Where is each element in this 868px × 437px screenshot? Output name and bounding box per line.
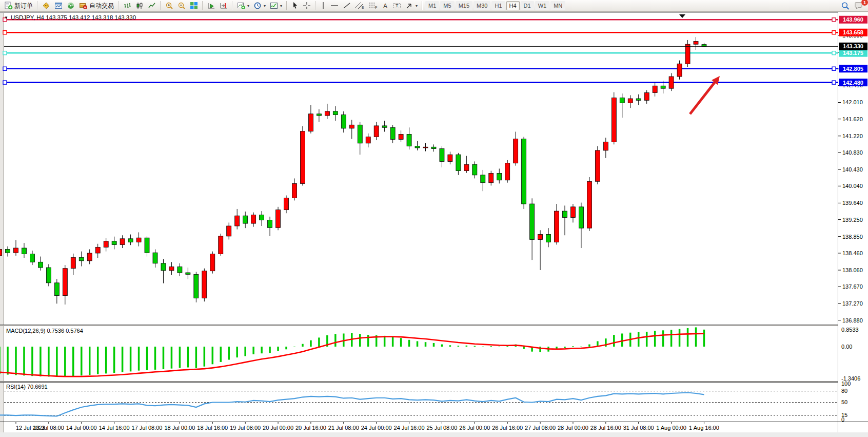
line-chart-icon [148, 2, 156, 10]
time-tick-label: 26 Jul 00:00 [459, 425, 490, 431]
dropdown-arrow-icon: ▾ [247, 4, 249, 8]
trendline-icon [343, 2, 351, 10]
zoom-out-button[interactable] [175, 1, 188, 11]
auto-scroll-icon [207, 2, 215, 10]
time-tick-label: 28 Jul 00:00 [558, 425, 588, 431]
toolbar: 新订单 自动交易 ▾ ▾ ▾ E F A T ▾ M1M5M15M30H1H4D… [0, 0, 868, 12]
line-chart-button[interactable] [146, 1, 158, 11]
trendline-tool-button[interactable] [341, 1, 353, 11]
text-label-tool-button[interactable]: T [391, 1, 403, 11]
toolbar-separator [37, 1, 38, 10]
notification-count-badge[interactable]: 1 [861, 0, 868, 6]
text-label-icon: T [393, 2, 401, 10]
tile-windows-button[interactable] [188, 1, 200, 11]
line-handle[interactable] [832, 67, 836, 70]
chart-shift-button[interactable] [218, 1, 230, 11]
search-button[interactable] [839, 1, 852, 11]
indicators-icon [270, 2, 278, 10]
cursor-tool-button[interactable] [289, 1, 301, 11]
line-handle[interactable] [3, 51, 7, 55]
line-handle[interactable] [3, 31, 7, 34]
line-handle[interactable] [832, 18, 836, 22]
arrows-tool-button[interactable]: ▾ [403, 1, 420, 11]
text-tool-button[interactable]: A [380, 1, 391, 11]
navigator-button[interactable] [65, 1, 77, 11]
fibonacci-tool-button[interactable]: F [366, 1, 380, 11]
text-icon: A [382, 2, 389, 10]
price-tick-label: 136.880 [842, 317, 863, 324]
svg-text:142.805: 142.805 [843, 66, 863, 72]
price-tick-label: 137.670 [842, 283, 863, 290]
line-handle[interactable] [832, 31, 836, 34]
price-tick-label: 138.460 [842, 250, 863, 256]
line-handle[interactable] [832, 51, 836, 55]
indicators-button[interactable]: ▾ [268, 1, 284, 11]
rsi-scale-label: 0 [841, 416, 844, 423]
market-watch-button[interactable] [40, 1, 52, 11]
navigator-icon [67, 2, 75, 10]
bar-chart-icon [123, 2, 131, 10]
candlestick-chart-button[interactable] [133, 1, 146, 11]
chart-area[interactable]: ▼USDJPY, H4 143.375 143.412 143.318 143.… [0, 12, 868, 437]
channel-tool-button[interactable]: E [353, 1, 366, 11]
zoom-in-button[interactable] [163, 1, 175, 11]
price-tick-label: 140.830 [842, 149, 863, 156]
cursor-icon [291, 2, 299, 10]
vertical-line-icon [320, 2, 326, 10]
vertical-line-tool-button[interactable] [318, 1, 328, 11]
data-window-button[interactable] [52, 1, 65, 11]
bar-chart-button[interactable] [121, 1, 133, 11]
time-tick-label: 24 Jul 00:00 [361, 425, 392, 431]
crosshair-tool-button[interactable] [301, 1, 313, 11]
symbol-dropdown-icon[interactable]: ▼ [4, 15, 8, 20]
line-handle[interactable] [3, 81, 7, 84]
horizontal-line-tool-button[interactable] [328, 1, 341, 11]
price-tick-label: 141.620 [842, 116, 863, 122]
tab-timeframe-h1[interactable]: H1 [491, 1, 505, 10]
time-tick-label: 19 Jul 08:00 [230, 425, 261, 431]
dropdown-arrow-icon: ▾ [264, 4, 266, 8]
arrows-icon [405, 2, 413, 10]
tab-timeframe-m30[interactable]: M30 [474, 1, 490, 10]
auto-scroll-button[interactable] [205, 1, 218, 11]
tab-timeframe-m15[interactable]: M15 [456, 1, 472, 10]
price-line-badge-142.805: 142.805 [839, 65, 867, 72]
auto-trading-button[interactable]: 自动交易 [77, 1, 116, 11]
tab-timeframe-h4[interactable]: H4 [506, 1, 520, 10]
channel-icon: E [355, 2, 364, 10]
price-tick-label: 141.220 [842, 133, 863, 139]
dropdown-arrow-icon: ▾ [416, 4, 418, 8]
price-tick-label: 142.010 [842, 99, 863, 105]
price-tick-label: 138.850 [842, 234, 863, 240]
toolbar-separator [286, 1, 287, 10]
svg-text:A: A [383, 3, 387, 10]
price-tick-label: 137.270 [842, 300, 863, 307]
price-axis[interactable]: 143.590143.190142.800142.410142.010141.6… [838, 12, 868, 432]
new-chart-button[interactable]: ▾ [235, 1, 251, 11]
tab-timeframe-m5[interactable]: M5 [440, 1, 454, 10]
status-strip [0, 432, 868, 437]
tab-timeframe-d1[interactable]: D1 [521, 1, 534, 10]
price-line-badge-142.480: 142.480 [839, 79, 867, 86]
data-window-icon [54, 2, 63, 10]
price-tick-label: 139.250 [842, 217, 863, 223]
rsi-scale-label: 100 [841, 381, 851, 387]
tab-timeframe-mn[interactable]: MN [550, 1, 565, 10]
line-handle[interactable] [3, 67, 7, 70]
tab-timeframe-w1[interactable]: W1 [535, 1, 550, 10]
price-tick-label: 140.040 [842, 183, 863, 189]
toolbar-separator [160, 1, 161, 10]
horizontal-line-icon [330, 2, 339, 10]
price-tick-label: 138.060 [842, 267, 863, 273]
time-tick-label: 25 Jul 08:00 [426, 425, 457, 431]
chart-background [0, 12, 868, 437]
new-chart-icon [237, 2, 245, 10]
line-handle[interactable] [832, 81, 836, 84]
candlestick-chart-icon [135, 2, 144, 10]
time-tick-label: 26 Jul 16:00 [492, 425, 523, 431]
new-order-button[interactable]: 新订单 [2, 1, 35, 11]
time-tick-label: 14 Jul 16:00 [99, 425, 130, 431]
tab-timeframe-m1[interactable]: M1 [425, 1, 439, 10]
toolbar-separator [315, 1, 316, 10]
periods-button[interactable]: ▾ [251, 1, 268, 11]
